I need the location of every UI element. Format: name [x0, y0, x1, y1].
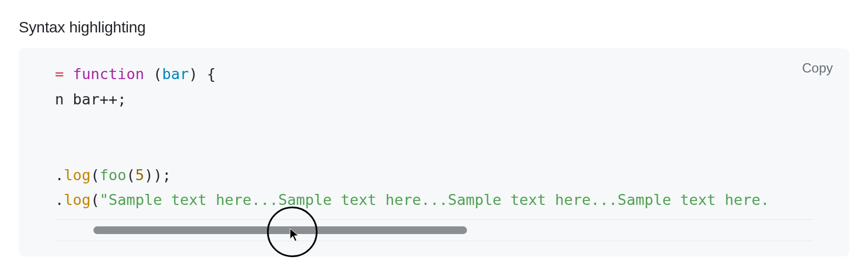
horizontal-scrollbar[interactable] [55, 219, 813, 241]
token-param: bar [162, 65, 189, 82]
token-keyword: function [73, 65, 144, 82]
code-line: .log("Sample text here...Sample text her… [55, 187, 849, 213]
page-wrap: Syntax highlighting Copy = function (bar… [0, 0, 868, 257]
token-paren: ( [91, 191, 99, 208]
token-paren: )); [144, 166, 171, 184]
token-operator: = [55, 65, 73, 82]
token-plain: bar++; [73, 91, 127, 108]
code-line: n bar++; [55, 87, 849, 112]
token-dot: . [55, 166, 64, 184]
token-paren: ( [91, 166, 99, 184]
token-string: "Sample text here...Sample text here...S… [99, 191, 769, 208]
code-line: .log(foo(5)); [55, 163, 849, 188]
token-paren: ( [144, 65, 163, 82]
code-line [55, 137, 849, 163]
code-block-card: Copy = function (bar) {n bar++; .log(foo… [19, 48, 849, 257]
code-area[interactable]: = function (bar) {n bar++; .log(foo(5));… [19, 62, 849, 213]
token-method: log [64, 166, 91, 184]
token-method: log [64, 191, 91, 208]
token-paren: ( [126, 166, 135, 184]
token-dot: . [55, 191, 64, 208]
copy-button[interactable]: Copy [802, 60, 833, 76]
token-plain: n [55, 91, 73, 108]
code-line [55, 112, 849, 137]
token-call: foo [99, 166, 126, 184]
scrollbar-thumb[interactable] [93, 226, 467, 234]
token-brace: { [198, 65, 216, 82]
token-paren: ) [189, 65, 198, 82]
token-number: 5 [135, 166, 144, 184]
section-title: Syntax highlighting [19, 19, 849, 36]
code-line: = function (bar) { [55, 62, 849, 87]
